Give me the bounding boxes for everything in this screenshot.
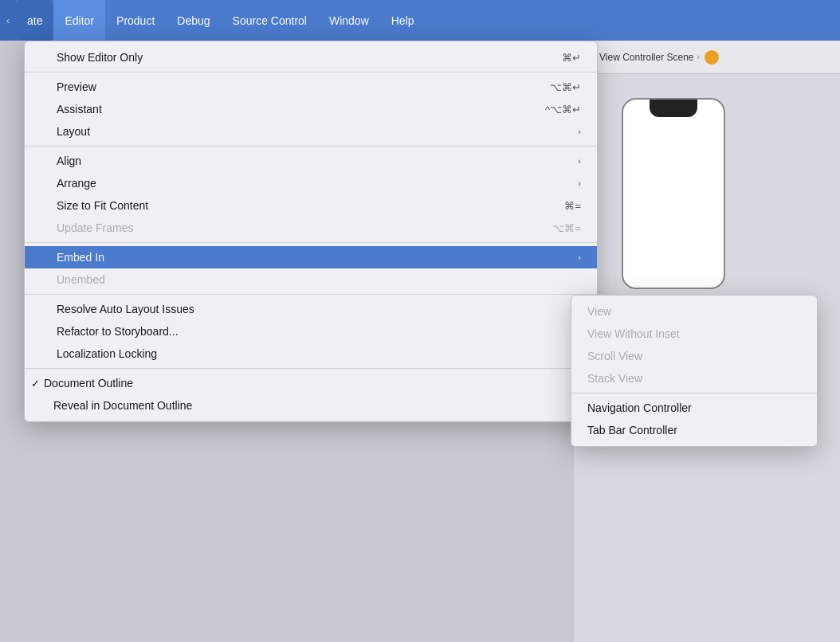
menu-item-layout[interactable]: Layout › [25, 120, 597, 143]
menubar-item-product[interactable]: Product [105, 0, 166, 41]
breadcrumb-chevron-icon: › [697, 53, 700, 61]
menu-item-update-frames[interactable]: Update Frames ⌥⌘= [25, 217, 597, 239]
submenu-divider-1 [571, 393, 817, 393]
divider-5 [25, 368, 597, 369]
menubar-item-ate[interactable]: ate [16, 0, 53, 41]
submenu-item-stack-view[interactable]: Stack View [571, 367, 817, 390]
submenu-item-tab-bar-controller[interactable]: Tab Bar Controller [571, 419, 817, 441]
menu-item-embed-in[interactable]: Embed In › [25, 246, 597, 268]
menubar-left-edge: ‹ [0, 0, 16, 41]
submenu-item-view[interactable]: View [571, 300, 817, 323]
shortcut-size-to-fit: ⌘= [564, 200, 581, 212]
submenu-arrow-arrange: › [578, 178, 581, 188]
menu-item-preview[interactable]: Preview ⌥⌘↵ [25, 76, 597, 98]
menu-item-assistant[interactable]: Assistant ^⌥⌘↵ [25, 98, 597, 120]
menubar: ‹ ate Editor Product Debug Source Contro… [0, 0, 840, 41]
shortcut-preview: ⌥⌘↵ [550, 81, 581, 93]
divider-1 [25, 72, 597, 72]
menu-item-align[interactable]: Align › [25, 150, 597, 172]
shortcut-assistant: ^⌥⌘↵ [545, 104, 581, 115]
device-notch [650, 100, 697, 117]
submenu-item-navigation-controller[interactable]: Navigation Controller [571, 397, 817, 419]
menu-item-resolve-auto-layout[interactable]: Resolve Auto Layout Issues › [25, 298, 597, 320]
submenu-item-scroll-view[interactable]: Scroll View [571, 345, 817, 367]
menu-item-show-editor-only[interactable]: Show Editor Only ⌘↵ [25, 46, 597, 69]
back-arrow-icon[interactable]: ‹ [6, 15, 10, 26]
editor-menu: Show Editor Only ⌘↵ Preview ⌥⌘↵ Assistan… [24, 41, 598, 422]
shortcut-show-editor-only: ⌘↵ [562, 52, 581, 64]
menubar-item-source-control[interactable]: Source Control [222, 0, 318, 41]
device-frame [622, 98, 725, 289]
menu-item-refactor-storyboard[interactable]: Refactor to Storyboard... [25, 320, 597, 343]
menu-item-unembed[interactable]: Unembed [25, 268, 597, 291]
submenu-arrow-layout: › [578, 127, 581, 136]
menu-item-document-outline[interactable]: ✓ Document Outline [25, 372, 597, 394]
menu-item-arrange[interactable]: Arrange › [25, 172, 597, 194]
submenu-arrow-embed-in: › [578, 252, 581, 262]
divider-4 [25, 294, 597, 295]
shortcut-update-frames: ⌥⌘= [552, 222, 581, 234]
menubar-item-help[interactable]: Help [380, 0, 426, 41]
submenu-item-view-without-inset[interactable]: View Without Inset [571, 323, 817, 345]
menubar-item-editor[interactable]: Editor [53, 0, 105, 41]
menu-item-localization-locking[interactable]: Localization Locking › [25, 343, 597, 365]
embed-in-submenu: View View Without Inset Scroll View Stac… [571, 295, 818, 447]
breadcrumb-label: View Controller Scene [599, 52, 694, 63]
check-icon: ✓ [31, 378, 44, 390]
submenu-arrow-align: › [578, 156, 581, 166]
divider-3 [25, 242, 597, 243]
menu-item-size-to-fit[interactable]: Size to Fit Content ⌘= [25, 194, 597, 217]
menubar-item-window[interactable]: Window [318, 0, 380, 41]
menu-item-reveal-document-outline[interactable]: Reveal in Document Outline [25, 394, 597, 417]
divider-2 [25, 146, 597, 147]
menubar-item-debug[interactable]: Debug [166, 0, 221, 41]
breadcrumb-bar: ≡ View Controller Scene › [574, 41, 840, 74]
breadcrumb-circle [705, 50, 719, 65]
